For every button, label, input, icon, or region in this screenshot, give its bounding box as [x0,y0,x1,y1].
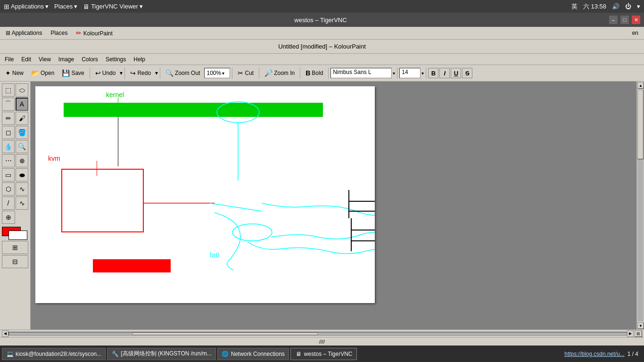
brush-tool[interactable]: 🖌 [16,112,28,125]
canvas-red-rect [93,259,171,272]
separator-9 [426,67,426,79]
menu-settings[interactable]: Settings [103,55,129,64]
magnify-tool[interactable]: 🔍 [16,140,28,153]
vertical-scrollbar[interactable]: ▲ ▼ [636,82,644,329]
vnc-menu[interactable]: 🖥 TigerVNC Viewer ▾ [83,3,143,10]
tool-row-2: ⌒ A [2,98,28,111]
vnc-window: westos – TigerVNC – □ ✕ ⊞ Applications P… [0,13,644,346]
vnc-minimize-button[interactable]: – [609,16,618,24]
color-pick-tool[interactable]: 💧 [2,140,15,153]
rectangle-tool[interactable]: ▭ [2,168,15,181]
new-button[interactable]: ✦ New [2,66,27,80]
taskbar-network-admin[interactable]: 🔧 [高级网络控制 (KINGSTON /run/m... [107,348,215,360]
bold-button[interactable]: B Bold [302,66,326,80]
transform-tool-2[interactable]: ⊟ [2,255,28,268]
vnc-maximize-button[interactable]: □ [620,16,629,24]
eraser-tool[interactable]: ◻ [2,126,15,139]
redo-icon: ↪ [130,69,136,77]
menu-file[interactable]: File [2,55,17,64]
open-button[interactable]: 📂 Open [28,66,58,80]
clone-tool[interactable]: ⊕ [16,154,28,167]
line-tool[interactable]: / [2,197,15,210]
kp-canvas[interactable]: kernel kvm [35,86,375,303]
curve-tool[interactable]: ∿ [16,182,28,196]
save-button[interactable]: 💾 Save [58,66,87,80]
transform-tool[interactable]: ⊞ [2,241,28,254]
menu-view[interactable]: View [36,55,54,64]
volume-icon[interactable]: 🔊 [612,3,619,10]
tigervnc-label: westos – TigerVNC [304,351,353,357]
font-name-select[interactable]: Nimbus Sans L [330,68,392,78]
scroll-down-button[interactable]: ▼ [637,322,644,329]
open-label: Open [41,70,54,76]
taskbar-tigervnc[interactable]: 🖥 westos – TigerVNC [290,348,357,360]
system-apps-menu[interactable]: ⊞ Applications ▾ [4,3,49,10]
kp-locale: en [632,30,642,36]
fill-tool[interactable]: 🪣 [16,126,28,139]
kp-places-menu[interactable]: Places [47,29,71,37]
kp-paint-icon: ✏ [76,29,82,37]
zoom-tool-2[interactable]: ⊕ [2,211,15,224]
kp-app-name[interactable]: ✏ KolourPaint [72,28,116,38]
taskbar-terminal[interactable]: 💻 kiosk@foundation28:/etc/syscon... [2,348,106,360]
text-underline-button[interactable]: U [451,68,461,78]
zoom-in-label: Zoom In [274,70,295,76]
kp-title: Untitled [modified] – KolourPaint [278,43,366,50]
kp-canvas-area[interactable]: kernel kvm [31,82,636,329]
select-lasso-tool[interactable]: ⌒ [2,98,15,111]
selection-tool-options: ⊞ [2,241,28,254]
redo-arrow-icon: ▾ [155,70,158,76]
tigervnc-icon: 🖥 [295,350,302,358]
places-menu[interactable]: Places ▾ [54,3,77,10]
text-strike-button[interactable]: S [462,68,472,78]
taskbar-url[interactable]: https://blog.csdn.net/u... [564,351,624,357]
kernel-label: kernel [106,91,124,99]
canvas-green-bar [64,103,323,117]
undo-button[interactable]: ↩ Undo [92,66,119,80]
vnc-label: TigerVNC Viewer [91,3,138,10]
select-ellipse-tool[interactable]: ⬭ [16,83,28,97]
polygon-tool[interactable]: ⬡ [2,182,15,196]
scroll-thumb-horizontal[interactable] [132,332,318,335]
zoom-in-button[interactable]: 🔎 Zoom In [261,66,298,80]
kp-main-area: ⬚ ⬭ ⌒ A ✏ 🖌 ◻ 🪣 💧 🔍 [0,82,644,329]
tool-row-9: / ∿ [2,197,28,210]
spray-tool[interactable]: ⋯ [2,154,15,167]
bezier-tool[interactable]: ∿ [16,197,28,210]
vnc-icon: 🖥 [83,3,90,10]
locale-label[interactable]: 英 [571,2,578,11]
ellipse-tool[interactable]: ⬬ [16,168,28,181]
scroll-right-button[interactable]: ▶ [627,330,634,337]
pencil-tool[interactable]: ✏ [2,112,15,125]
taskbar-network-connections[interactable]: 🌐 Network Connections [217,348,289,360]
power-icon[interactable]: ⏻ [625,3,631,10]
redo-button[interactable]: ↪ Redo [127,66,154,80]
menu-edit[interactable]: Edit [18,55,34,64]
color-swatch-display[interactable] [2,227,28,240]
scroll-left-button[interactable]: ◀ [2,330,8,337]
undo-arrow-icon: ▾ [120,70,123,76]
zoom-display[interactable]: 100% ▾ [204,68,230,78]
zoom-down-icon: ▾ [222,71,224,76]
apps-label: Applications [11,3,44,10]
bold-label: Bold [312,70,323,76]
menu-colors[interactable]: Colors [79,55,101,64]
select-rect-tool[interactable]: ⬚ [2,83,15,97]
cut-button[interactable]: ✂ Cut [234,66,257,80]
open-icon: 📂 [31,69,39,77]
text-tool[interactable]: A [16,98,28,111]
text-italic-button[interactable]: I [439,68,450,78]
scroll-up-button[interactable]: ▲ [637,82,644,89]
separator-2 [124,67,125,79]
vnc-chevron-icon: ▾ [140,3,143,10]
kp-hscrollbar[interactable]: ◀ ▶ ⊞ [0,329,644,337]
menu-image[interactable]: Image [56,55,77,64]
vnc-titlebar: westos – TigerVNC – □ ✕ [0,13,644,27]
font-size-select[interactable]: 14 [399,68,421,78]
vnc-close-button[interactable]: ✕ [632,16,640,24]
text-bold-button[interactable]: B [428,68,438,78]
kp-applications-menu[interactable]: ⊞ Applications [2,29,46,37]
scroll-thumb-vertical[interactable] [637,90,644,159]
zoom-out-button[interactable]: 🔍 Zoom Out [162,66,203,80]
menu-help[interactable]: Help [131,55,148,64]
